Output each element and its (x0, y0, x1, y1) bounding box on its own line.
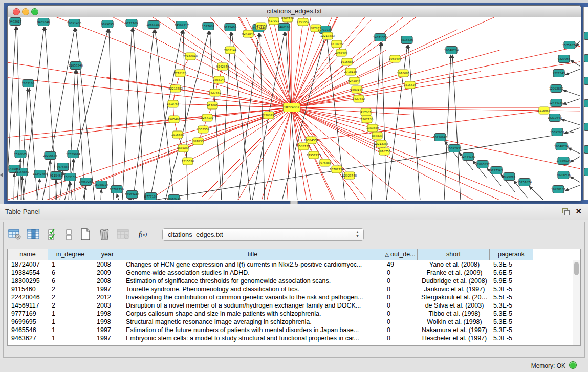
cell-title: Structural magnetic resonance image aver… (122, 318, 383, 326)
graph-node-label: 1810755 (331, 42, 343, 46)
table-row[interactable]: 911546021997Tourette syndrome. Phenomeno… (8, 285, 580, 293)
table-row[interactable]: 1938455462009Genome-wide association stu… (8, 269, 580, 277)
graph-node-label: 9777169 (125, 21, 138, 25)
table-row[interactable]: 1872400712008Changes of HCN gene express… (8, 260, 580, 269)
graph-node-label: 8215953 (538, 109, 551, 112)
graph-node-label: 1527602 (202, 25, 215, 28)
graph-node-label: 8267130 (361, 118, 374, 121)
graph-edge (117, 194, 119, 200)
graph-node-label: 12342757 (33, 172, 47, 176)
close-panel-icon[interactable]: ✕ (575, 207, 582, 216)
scrollbar-thumb[interactable] (574, 262, 579, 275)
graph-node-label: 19384554 (304, 139, 318, 142)
collapse-panel-arrow-icon[interactable] (0, 173, 3, 177)
table-row[interactable]: 946362711997Embryonic stem cells: a mode… (8, 334, 580, 342)
graph-edge (292, 107, 544, 111)
table-toolbar: f(x) citations_edges.txt ▲▼ (8, 224, 364, 245)
column-header-title[interactable]: title (122, 249, 383, 260)
cell-in_degree: 2 (48, 301, 93, 310)
column-header-in_degree[interactable]: in_degree (48, 249, 93, 260)
column-header-name[interactable]: name (8, 249, 48, 260)
status-bar: Memory: OK (0, 359, 588, 372)
graph-edge (8, 17, 190, 56)
delete-column-icon[interactable] (116, 227, 130, 242)
graph-node-label: 887833 (193, 140, 204, 143)
cell-pagerank: 5.6E-5 (490, 269, 533, 277)
cell-title: Changes of HCN gene expression and I(f) … (122, 260, 383, 269)
new-table-icon[interactable] (78, 227, 93, 242)
background-window-sliver (583, 7, 588, 200)
delete-table-icon[interactable] (97, 227, 112, 242)
graph-node-label: 9115460 (224, 26, 237, 29)
cell-in_degree: 1 (48, 334, 93, 342)
graph-node-label: 14671358 (373, 36, 387, 39)
graph-node-label: 9227343 (553, 72, 565, 75)
graph-edge (563, 99, 580, 104)
graph-node[interactable] (584, 123, 588, 131)
graph-node-label: 12444159 (461, 155, 475, 158)
graph-node[interactable] (584, 32, 588, 40)
graph-node-label: 15692931 (447, 147, 462, 150)
column-header-short[interactable]: short (418, 249, 490, 260)
graph-node-label: 8267130 (281, 17, 294, 20)
cell-short: Hescheler et al. (1997) (418, 334, 490, 342)
graph-node-label: 22420046 (183, 55, 198, 58)
graph-node[interactable] (584, 168, 588, 176)
network-canvas[interactable]: 9463627946554620691406969969597771691065… (8, 17, 580, 200)
graph-edge (444, 55, 451, 200)
cell-title: Genome-wide association studies in ADHD. (122, 269, 383, 277)
graph-edge (565, 185, 580, 191)
graph-node-label: 1965493 (389, 57, 402, 60)
graph-node-label: 1810755 (378, 150, 391, 153)
table-selector-dropdown[interactable]: citations_edges.txt ▲▼ (162, 228, 364, 241)
graph-edge (29, 88, 37, 200)
graph-node-label: 9699695 (177, 147, 190, 150)
float-panel-icon[interactable] (562, 208, 570, 215)
network-window-titlebar[interactable]: citations_edges.txt (8, 6, 581, 17)
graph-edge (155, 30, 174, 200)
dropdown-stepper-icon: ▲▼ (355, 230, 360, 238)
table-row[interactable]: 969969511998Structural magnetic resonanc… (8, 318, 580, 326)
graph-node-label: 21053346 (69, 64, 83, 67)
function-builder-icon[interactable]: f(x) (135, 227, 150, 242)
graph-edge (133, 30, 154, 200)
cell-year: 2012 (93, 293, 122, 301)
show-column-icon[interactable] (27, 227, 41, 242)
cell-pagerank: 5.3E-5 (490, 260, 533, 269)
table-row[interactable]: 977716911998Corpus callosum shape and si… (8, 310, 580, 318)
graph-node[interactable] (584, 99, 588, 107)
table-row[interactable]: 946554611997Estimation of the future num… (8, 326, 580, 334)
graph-node-label: 2653160 (22, 82, 35, 85)
table-row[interactable]: 2242004622012Investigating the contribut… (8, 293, 580, 301)
graph-node[interactable] (584, 145, 588, 154)
table-panel-titlebar[interactable]: Table Panel ✕ (0, 204, 588, 220)
cell-short: Wolkin et al. (1998) (418, 318, 490, 326)
graph-edge (386, 45, 407, 200)
graph-node[interactable] (584, 77, 588, 85)
column-header-out_de[interactable]: △out_de... (383, 249, 418, 260)
table-row[interactable]: 1830029562008Estimation of significance … (8, 277, 580, 285)
memory-ok-indicator[interactable] (569, 361, 577, 369)
column-header-pagerank[interactable]: pagerank (490, 249, 533, 260)
sort-ascending-icon: △ (385, 252, 389, 257)
unselect-all-icon[interactable] (64, 227, 74, 242)
graph-node-label: 9975887 (319, 161, 332, 164)
graph-node[interactable] (584, 54, 588, 62)
cell-title: Estimation of the future numbers of pati… (122, 326, 383, 334)
graph-node-label: 12093832 (549, 87, 563, 90)
cell-year: 1998 (93, 318, 122, 326)
column-header-year[interactable]: year (93, 249, 122, 260)
graph-node-label: 7515526 (404, 83, 417, 86)
graph-edge (151, 132, 574, 200)
select-all-icon[interactable] (46, 227, 60, 242)
network-window[interactable]: citations_edges.txt 94636279465546206914… (7, 5, 581, 201)
vertical-scrollbar[interactable] (573, 260, 580, 345)
graph-edge (8, 59, 292, 107)
graph-node-label: 16648784 (444, 49, 459, 52)
network-graph[interactable]: 9463627946554620691406969969597771691065… (8, 17, 580, 200)
node-table: namein_degreeyeartitle△out_de...shortpag… (7, 249, 581, 346)
table-header-row: namein_degreeyeartitle△out_de...shortpag… (8, 249, 580, 260)
table-row[interactable]: 1456911722003Disruption of a novel membe… (8, 301, 580, 310)
table-settings-icon[interactable] (8, 227, 22, 242)
graph-node-label: 9699695 (101, 23, 114, 26)
